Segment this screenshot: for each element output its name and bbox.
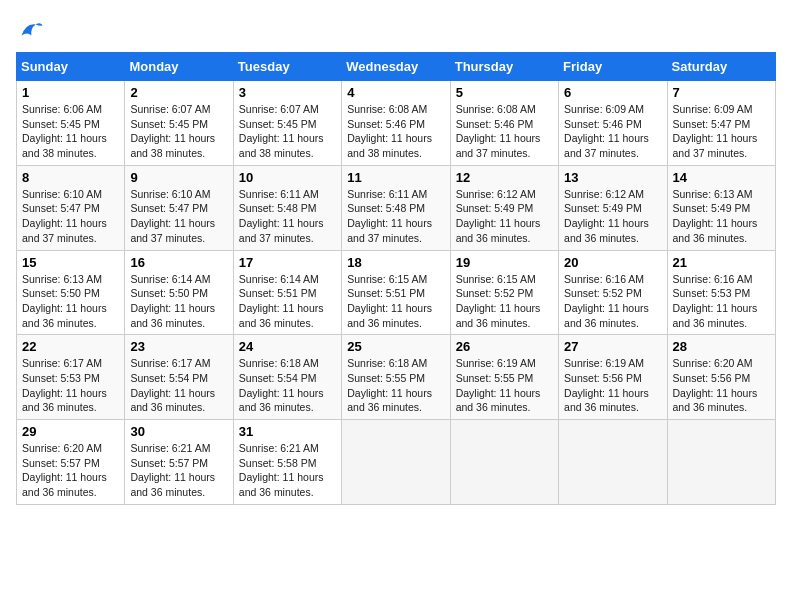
logo-bird-icon	[16, 16, 44, 44]
calendar-week-4: 22Sunrise: 6:17 AM Sunset: 5:53 PM Dayli…	[17, 335, 776, 420]
day-info: Sunrise: 6:09 AM Sunset: 5:46 PM Dayligh…	[564, 102, 661, 161]
calendar-week-1: 1Sunrise: 6:06 AM Sunset: 5:45 PM Daylig…	[17, 81, 776, 166]
day-number: 4	[347, 85, 444, 100]
calendar-cell: 2Sunrise: 6:07 AM Sunset: 5:45 PM Daylig…	[125, 81, 233, 166]
calendar-cell: 9Sunrise: 6:10 AM Sunset: 5:47 PM Daylig…	[125, 165, 233, 250]
calendar-cell: 22Sunrise: 6:17 AM Sunset: 5:53 PM Dayli…	[17, 335, 125, 420]
logo	[16, 16, 48, 44]
day-number: 15	[22, 255, 119, 270]
day-number: 19	[456, 255, 553, 270]
calendar-body: 1Sunrise: 6:06 AM Sunset: 5:45 PM Daylig…	[17, 81, 776, 505]
day-info: Sunrise: 6:07 AM Sunset: 5:45 PM Dayligh…	[239, 102, 336, 161]
day-info: Sunrise: 6:21 AM Sunset: 5:58 PM Dayligh…	[239, 441, 336, 500]
day-info: Sunrise: 6:10 AM Sunset: 5:47 PM Dayligh…	[22, 187, 119, 246]
day-number: 9	[130, 170, 227, 185]
calendar-cell: 1Sunrise: 6:06 AM Sunset: 5:45 PM Daylig…	[17, 81, 125, 166]
day-number: 21	[673, 255, 770, 270]
day-info: Sunrise: 6:10 AM Sunset: 5:47 PM Dayligh…	[130, 187, 227, 246]
day-info: Sunrise: 6:15 AM Sunset: 5:51 PM Dayligh…	[347, 272, 444, 331]
day-info: Sunrise: 6:09 AM Sunset: 5:47 PM Dayligh…	[673, 102, 770, 161]
day-number: 5	[456, 85, 553, 100]
day-number: 29	[22, 424, 119, 439]
calendar-cell	[450, 420, 558, 505]
day-number: 11	[347, 170, 444, 185]
calendar-cell: 14Sunrise: 6:13 AM Sunset: 5:49 PM Dayli…	[667, 165, 775, 250]
calendar-cell: 25Sunrise: 6:18 AM Sunset: 5:55 PM Dayli…	[342, 335, 450, 420]
day-number: 10	[239, 170, 336, 185]
weekday-header-row: SundayMondayTuesdayWednesdayThursdayFrid…	[17, 53, 776, 81]
calendar-cell: 18Sunrise: 6:15 AM Sunset: 5:51 PM Dayli…	[342, 250, 450, 335]
calendar-cell: 5Sunrise: 6:08 AM Sunset: 5:46 PM Daylig…	[450, 81, 558, 166]
calendar-cell: 6Sunrise: 6:09 AM Sunset: 5:46 PM Daylig…	[559, 81, 667, 166]
day-number: 3	[239, 85, 336, 100]
day-number: 13	[564, 170, 661, 185]
day-number: 12	[456, 170, 553, 185]
calendar-cell: 31Sunrise: 6:21 AM Sunset: 5:58 PM Dayli…	[233, 420, 341, 505]
weekday-header-tuesday: Tuesday	[233, 53, 341, 81]
day-number: 18	[347, 255, 444, 270]
calendar-cell: 30Sunrise: 6:21 AM Sunset: 5:57 PM Dayli…	[125, 420, 233, 505]
calendar-table: SundayMondayTuesdayWednesdayThursdayFrid…	[16, 52, 776, 505]
calendar-cell: 21Sunrise: 6:16 AM Sunset: 5:53 PM Dayli…	[667, 250, 775, 335]
day-number: 6	[564, 85, 661, 100]
day-number: 23	[130, 339, 227, 354]
calendar-cell: 3Sunrise: 6:07 AM Sunset: 5:45 PM Daylig…	[233, 81, 341, 166]
calendar-week-5: 29Sunrise: 6:20 AM Sunset: 5:57 PM Dayli…	[17, 420, 776, 505]
calendar-week-3: 15Sunrise: 6:13 AM Sunset: 5:50 PM Dayli…	[17, 250, 776, 335]
day-info: Sunrise: 6:12 AM Sunset: 5:49 PM Dayligh…	[456, 187, 553, 246]
weekday-header-friday: Friday	[559, 53, 667, 81]
day-info: Sunrise: 6:18 AM Sunset: 5:54 PM Dayligh…	[239, 356, 336, 415]
weekday-header-wednesday: Wednesday	[342, 53, 450, 81]
day-number: 7	[673, 85, 770, 100]
day-number: 24	[239, 339, 336, 354]
day-info: Sunrise: 6:16 AM Sunset: 5:53 PM Dayligh…	[673, 272, 770, 331]
day-info: Sunrise: 6:20 AM Sunset: 5:56 PM Dayligh…	[673, 356, 770, 415]
calendar-cell: 24Sunrise: 6:18 AM Sunset: 5:54 PM Dayli…	[233, 335, 341, 420]
day-info: Sunrise: 6:17 AM Sunset: 5:54 PM Dayligh…	[130, 356, 227, 415]
calendar-cell: 13Sunrise: 6:12 AM Sunset: 5:49 PM Dayli…	[559, 165, 667, 250]
day-info: Sunrise: 6:11 AM Sunset: 5:48 PM Dayligh…	[347, 187, 444, 246]
weekday-header-thursday: Thursday	[450, 53, 558, 81]
calendar-cell: 26Sunrise: 6:19 AM Sunset: 5:55 PM Dayli…	[450, 335, 558, 420]
day-number: 27	[564, 339, 661, 354]
page-header	[16, 16, 776, 44]
day-info: Sunrise: 6:19 AM Sunset: 5:55 PM Dayligh…	[456, 356, 553, 415]
calendar-cell: 16Sunrise: 6:14 AM Sunset: 5:50 PM Dayli…	[125, 250, 233, 335]
day-info: Sunrise: 6:21 AM Sunset: 5:57 PM Dayligh…	[130, 441, 227, 500]
day-info: Sunrise: 6:07 AM Sunset: 5:45 PM Dayligh…	[130, 102, 227, 161]
day-info: Sunrise: 6:17 AM Sunset: 5:53 PM Dayligh…	[22, 356, 119, 415]
calendar-header: SundayMondayTuesdayWednesdayThursdayFrid…	[17, 53, 776, 81]
calendar-cell: 12Sunrise: 6:12 AM Sunset: 5:49 PM Dayli…	[450, 165, 558, 250]
day-info: Sunrise: 6:08 AM Sunset: 5:46 PM Dayligh…	[456, 102, 553, 161]
day-number: 20	[564, 255, 661, 270]
calendar-cell	[667, 420, 775, 505]
day-number: 1	[22, 85, 119, 100]
day-number: 30	[130, 424, 227, 439]
day-info: Sunrise: 6:13 AM Sunset: 5:49 PM Dayligh…	[673, 187, 770, 246]
day-info: Sunrise: 6:16 AM Sunset: 5:52 PM Dayligh…	[564, 272, 661, 331]
day-info: Sunrise: 6:08 AM Sunset: 5:46 PM Dayligh…	[347, 102, 444, 161]
day-number: 16	[130, 255, 227, 270]
calendar-cell: 27Sunrise: 6:19 AM Sunset: 5:56 PM Dayli…	[559, 335, 667, 420]
calendar-cell: 15Sunrise: 6:13 AM Sunset: 5:50 PM Dayli…	[17, 250, 125, 335]
day-info: Sunrise: 6:19 AM Sunset: 5:56 PM Dayligh…	[564, 356, 661, 415]
day-number: 31	[239, 424, 336, 439]
day-info: Sunrise: 6:20 AM Sunset: 5:57 PM Dayligh…	[22, 441, 119, 500]
calendar-cell: 10Sunrise: 6:11 AM Sunset: 5:48 PM Dayli…	[233, 165, 341, 250]
weekday-header-monday: Monday	[125, 53, 233, 81]
day-info: Sunrise: 6:11 AM Sunset: 5:48 PM Dayligh…	[239, 187, 336, 246]
calendar-week-2: 8Sunrise: 6:10 AM Sunset: 5:47 PM Daylig…	[17, 165, 776, 250]
calendar-cell: 23Sunrise: 6:17 AM Sunset: 5:54 PM Dayli…	[125, 335, 233, 420]
day-number: 28	[673, 339, 770, 354]
day-number: 26	[456, 339, 553, 354]
day-info: Sunrise: 6:18 AM Sunset: 5:55 PM Dayligh…	[347, 356, 444, 415]
day-number: 22	[22, 339, 119, 354]
calendar-cell: 19Sunrise: 6:15 AM Sunset: 5:52 PM Dayli…	[450, 250, 558, 335]
weekday-header-saturday: Saturday	[667, 53, 775, 81]
calendar-cell: 17Sunrise: 6:14 AM Sunset: 5:51 PM Dayli…	[233, 250, 341, 335]
day-number: 25	[347, 339, 444, 354]
day-info: Sunrise: 6:15 AM Sunset: 5:52 PM Dayligh…	[456, 272, 553, 331]
day-number: 17	[239, 255, 336, 270]
calendar-cell	[342, 420, 450, 505]
day-number: 14	[673, 170, 770, 185]
